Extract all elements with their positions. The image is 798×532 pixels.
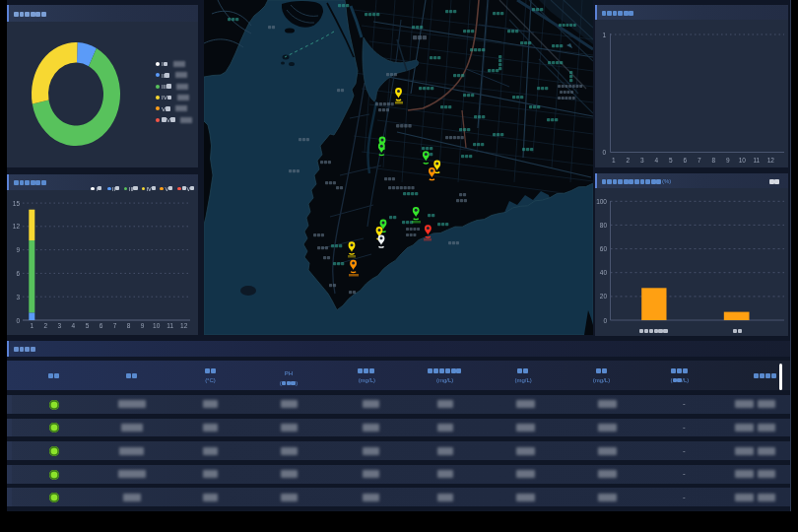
svg-text:8: 8 bbox=[711, 157, 715, 164]
svg-text:7: 7 bbox=[697, 157, 700, 164]
svg-text:80: 80 bbox=[599, 222, 607, 229]
svg-text:1: 1 bbox=[611, 157, 615, 164]
svg-text:4: 4 bbox=[72, 322, 76, 329]
svg-text:11: 11 bbox=[166, 322, 173, 329]
svg-text:12: 12 bbox=[180, 322, 188, 329]
svg-text:0: 0 bbox=[603, 317, 607, 324]
svg-text:3: 3 bbox=[16, 294, 20, 300]
svg-text:11: 11 bbox=[753, 157, 760, 164]
svg-text:9: 9 bbox=[725, 157, 729, 164]
svg-text:1: 1 bbox=[30, 322, 33, 329]
svg-text:0: 0 bbox=[16, 317, 20, 324]
svg-text:6: 6 bbox=[100, 322, 103, 329]
svg-text:5: 5 bbox=[86, 322, 90, 329]
svg-text:5: 5 bbox=[668, 157, 672, 164]
svg-text:8: 8 bbox=[127, 322, 131, 329]
svg-text:12: 12 bbox=[766, 157, 774, 164]
svg-text:7: 7 bbox=[113, 322, 117, 329]
svg-text:12: 12 bbox=[13, 223, 21, 230]
svg-text:2: 2 bbox=[43, 322, 47, 329]
svg-text:10: 10 bbox=[153, 322, 161, 329]
svg-text:2: 2 bbox=[626, 157, 630, 164]
svg-text:20: 20 bbox=[599, 293, 607, 299]
svg-text:3: 3 bbox=[58, 322, 62, 329]
svg-text:0: 0 bbox=[602, 149, 606, 156]
svg-text:9: 9 bbox=[141, 322, 145, 329]
svg-text:15: 15 bbox=[13, 200, 21, 207]
svg-text:100: 100 bbox=[596, 198, 607, 205]
svg-text:10: 10 bbox=[738, 157, 746, 164]
svg-text:6: 6 bbox=[16, 270, 20, 277]
svg-text:3: 3 bbox=[639, 157, 643, 164]
svg-text:9: 9 bbox=[16, 246, 20, 253]
svg-text:1: 1 bbox=[602, 31, 606, 37]
svg-text:4: 4 bbox=[654, 157, 658, 164]
svg-text:60: 60 bbox=[599, 245, 607, 252]
svg-text:6: 6 bbox=[683, 157, 687, 164]
svg-text:40: 40 bbox=[599, 269, 607, 276]
